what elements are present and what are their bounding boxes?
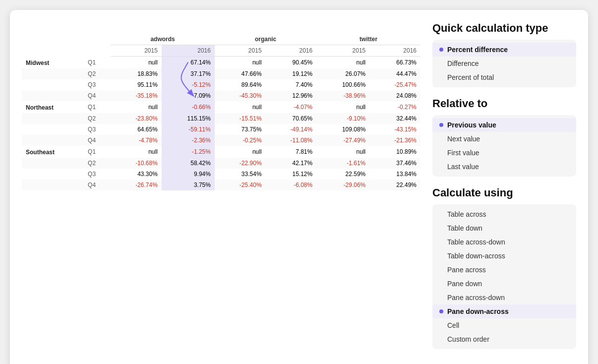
calculate-using-list-label-1: Table down (447, 224, 482, 232)
table-region (22, 79, 84, 90)
table-cell: 58.42% (162, 158, 215, 169)
calculate-using-list-item-3[interactable]: Table down-across (432, 249, 576, 263)
table-cell: 3.75% (162, 180, 215, 190)
quick-calc-list-label-2: Percent of total (447, 73, 494, 81)
table-cell: null (111, 101, 162, 113)
table-cell: -6.08% (266, 180, 317, 190)
inactive-dot (439, 254, 443, 258)
calculate-using-list-label-2: Table across-down (447, 238, 505, 246)
active-dot (439, 123, 443, 127)
table-quarter: Q1 (84, 101, 111, 113)
twitter-2016: 2016 (369, 45, 420, 57)
adwords-2016: 2016 (162, 45, 215, 57)
table-cell: -38.96% (316, 90, 369, 101)
inactive-dot (439, 151, 443, 155)
calculate-using-list: Table acrossTable downTable across-downT… (432, 204, 576, 349)
table-cell: 9.94% (162, 169, 215, 180)
quick-calc-title: Quick calculation type (432, 22, 576, 35)
table-region (22, 90, 84, 101)
table-cell: 70.65% (266, 113, 317, 124)
table-cell: 64.65% (111, 124, 162, 135)
table-cell: -45.30% (215, 90, 266, 101)
table-cell: -35.18% (111, 90, 162, 101)
relative-to-list-item-2[interactable]: First value (432, 146, 576, 160)
table-quarter: Q2 (84, 158, 111, 169)
calculate-using-list-item-2[interactable]: Table across-down (432, 235, 576, 249)
table-cell: 90.45% (266, 57, 317, 68)
table-cell: -9.10% (316, 113, 369, 124)
table-cell: 32.44% (369, 113, 420, 124)
inactive-dot (439, 75, 443, 79)
quick-calc-list-item-1[interactable]: Difference (432, 57, 576, 70)
group-twitter: twitter (316, 34, 420, 45)
table-cell: -1.25% (162, 146, 215, 158)
table-region (22, 68, 84, 79)
quick-calc-list: Percent differenceDifferencePercent of t… (432, 40, 576, 87)
calculate-using-list-label-7: Pane down-across (447, 307, 509, 315)
group-organic: organic (215, 34, 316, 45)
twitter-2015: 2015 (316, 45, 369, 57)
table-cell: 24.08% (369, 90, 420, 101)
inactive-dot (439, 165, 443, 169)
table-cell: -1.61% (316, 158, 369, 169)
table-cell: 7.40% (266, 79, 317, 90)
table-cell: -25.40% (215, 180, 266, 190)
table-region: Southeast (22, 146, 84, 158)
table-cell: -0.27% (369, 101, 420, 113)
inactive-dot (439, 282, 443, 286)
calculate-using-list-item-9[interactable]: Custom order (432, 332, 576, 346)
table-cell: 95.11% (111, 79, 162, 90)
calculate-using-list-item-6[interactable]: Pane across-down (432, 291, 576, 304)
table-quarter: Q1 (84, 146, 111, 158)
table-cell: 12.96% (266, 90, 317, 101)
calculate-using-list-item-0[interactable]: Table across (432, 207, 576, 221)
quick-calc-list-label-0: Percent difference (447, 46, 508, 54)
table-cell: 43.30% (111, 169, 162, 180)
table-cell: -43.15% (369, 124, 420, 135)
relative-to-list-item-0[interactable]: Previous value (432, 118, 576, 132)
right-panel: Quick calculation type Percent differenc… (432, 22, 576, 359)
table-quarter: Q2 (84, 113, 111, 124)
table-cell: 18.83% (111, 68, 162, 79)
table-cell: 100.66% (316, 79, 369, 90)
inactive-dot (439, 323, 443, 327)
crossheader (111, 30, 420, 34)
quick-calc-list-item-2[interactable]: Percent of total (432, 70, 576, 84)
table-region (22, 158, 84, 169)
table-cell: -11.08% (266, 135, 317, 146)
table-cell: -2.36% (162, 135, 215, 146)
calculate-using-list-item-7[interactable]: Pane down-across (432, 304, 576, 318)
relative-to-list-label-0: Previous value (447, 121, 496, 129)
table-cell: 109.08% (316, 124, 369, 135)
table-cell: -22.90% (215, 158, 266, 169)
inactive-dot (439, 212, 443, 216)
table-cell: null (316, 101, 369, 113)
calculate-using-list-item-4[interactable]: Pane across (432, 263, 576, 277)
main-card: adwords organic twitter 2015 2016 2015 2… (10, 10, 588, 364)
table-quarter: Q1 (84, 57, 111, 68)
table-cell: 66.73% (369, 57, 420, 68)
quick-calc-list-item-0[interactable]: Percent difference (432, 43, 576, 57)
table-cell: 33.54% (215, 169, 266, 180)
table-container: adwords organic twitter 2015 2016 2015 2… (22, 30, 420, 190)
table-cell: 22.59% (316, 169, 369, 180)
table-cell: 13.84% (369, 169, 420, 180)
calculate-using-list-item-1[interactable]: Table down (432, 221, 576, 235)
table-cell: 37.17% (162, 68, 215, 79)
relative-to-list-item-1[interactable]: Next value (432, 132, 576, 146)
calculate-using-list-item-5[interactable]: Pane down (432, 277, 576, 291)
relative-to-list-item-3[interactable]: Last value (432, 160, 576, 174)
table-region (22, 169, 84, 180)
active-dot (439, 48, 443, 52)
table-cell: -0.25% (215, 135, 266, 146)
relative-to-title: Relative to (432, 97, 576, 110)
calculate-using-list-label-8: Cell (447, 321, 459, 329)
calculate-using-list-item-8[interactable]: Cell (432, 318, 576, 332)
calculate-using-list-label-3: Table down-across (447, 252, 505, 260)
relative-to-list-label-3: Last value (447, 163, 479, 171)
relative-to-list-label-2: First value (447, 149, 479, 157)
table-cell: null (316, 146, 369, 158)
table-cell: 26.07% (316, 68, 369, 79)
table-region (22, 180, 84, 190)
table-cell: -27.49% (316, 135, 369, 146)
